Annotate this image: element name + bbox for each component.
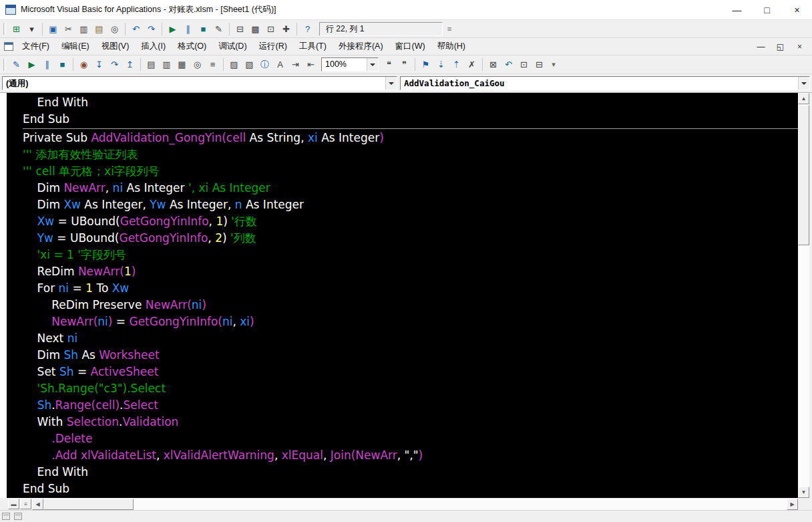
toolbar-drag-handle[interactable] xyxy=(3,23,6,35)
procedure-view-button[interactable]: ▬ xyxy=(8,499,19,509)
find-button[interactable]: ◎ xyxy=(107,21,122,36)
view-excel-dropdown-icon[interactable]: ▾ xyxy=(24,21,39,36)
scroll-down-button[interactable]: ▼ xyxy=(798,487,809,498)
list-properties-button[interactable]: ▨ xyxy=(226,57,242,72)
horizontal-scroll-thumb[interactable] xyxy=(43,499,134,510)
code-line[interactable]: ''' 添加有效性验证列表 xyxy=(23,146,798,163)
code-editor[interactable]: End WithEnd SubPrivate Sub AddValidation… xyxy=(7,93,798,498)
outdent-button[interactable]: ⇤ xyxy=(303,57,319,72)
code-line[interactable]: 'xi = 1 '字段列号 xyxy=(23,247,798,263)
horizontal-scrollbar[interactable]: ◀ ▶ xyxy=(32,499,798,510)
undo-button[interactable]: ↶ xyxy=(128,21,144,36)
indent-button[interactable]: ⇥ xyxy=(288,57,303,72)
code-line[interactable]: Sh.Range(cell).Select xyxy=(23,397,798,414)
break-button[interactable]: ∥ xyxy=(39,57,55,72)
paste-button[interactable]: ▤ xyxy=(91,21,107,36)
previous-bookmark-button[interactable]: ⇡ xyxy=(449,57,464,72)
complete-word-button[interactable]: A xyxy=(272,57,288,72)
list-constants-button[interactable]: ▧ xyxy=(242,57,257,72)
run-button[interactable]: ▶ xyxy=(165,21,180,36)
code-line[interactable]: Next ni xyxy=(23,330,798,347)
code-line[interactable]: Xw = UBound(GetGongYinInfo, 1) '行数 xyxy=(23,213,798,230)
quick-info-button[interactable]: ⓘ xyxy=(257,57,272,72)
break-button[interactable]: ∥ xyxy=(180,21,196,36)
toolbar-drag-handle[interactable] xyxy=(3,59,6,71)
menu-help[interactable]: 帮助(H) xyxy=(431,38,471,55)
menu-window[interactable]: 窗口(W) xyxy=(389,38,431,55)
toggle-folders-button[interactable]: ⊟ xyxy=(532,57,547,72)
zoom-combobox[interactable]: 100% xyxy=(321,57,379,72)
code-line[interactable]: ReDim Preserve NewArr(ni) xyxy=(23,297,798,313)
code-line[interactable]: For ni = 1 To Xw xyxy=(23,280,798,297)
object-combobox[interactable]: (通用) xyxy=(2,76,397,90)
object-browser-button[interactable]: ⊡ xyxy=(263,21,278,36)
properties-window-button[interactable]: ▩ xyxy=(248,21,263,36)
vertical-scroll-track[interactable] xyxy=(798,104,809,487)
menu-edit[interactable]: 编辑(E) xyxy=(55,38,95,55)
design-mode-button[interactable]: ✎ xyxy=(9,57,24,72)
code-line[interactable]: Private Sub AddValidation_GongYin(cell A… xyxy=(23,130,798,146)
quick-watch-button[interactable]: ◎ xyxy=(190,57,205,72)
step-over-button[interactable]: ↷ xyxy=(107,57,122,72)
vertical-scrollbar[interactable]: ▲ ▼ xyxy=(798,93,809,498)
margin-indicator-bar[interactable] xyxy=(0,93,7,498)
horizontal-scroll-track[interactable] xyxy=(134,499,787,510)
code-line[interactable]: ReDim NewArr(1) xyxy=(23,263,798,280)
code-line[interactable]: Dim Sh As Worksheet xyxy=(23,347,798,364)
child-restore-button[interactable]: ◱ xyxy=(771,39,790,54)
menu-addins[interactable]: 外接程序(A) xyxy=(333,38,389,55)
project-explorer-button[interactable]: ⊟ xyxy=(232,21,248,36)
code-line[interactable]: NewArr(ni) = GetGongYinInfo(ni, xi) xyxy=(23,313,798,330)
code-line[interactable]: .Delete xyxy=(23,430,798,447)
save-button[interactable]: ▣ xyxy=(45,21,61,36)
watch-window-button[interactable]: ▦ xyxy=(174,57,190,72)
next-bookmark-button[interactable]: ⇣ xyxy=(433,57,449,72)
code-line[interactable]: End Sub xyxy=(23,481,798,497)
toggle-bookmark-button[interactable]: ⚑ xyxy=(418,57,433,72)
code-line[interactable]: ''' cell 单元格；xi字段列号 xyxy=(23,163,798,180)
toolbar-options-button[interactable]: ≡ xyxy=(445,21,454,36)
procedure-definition-button[interactable]: ⊠ xyxy=(485,57,501,72)
code-line[interactable]: End With xyxy=(23,94,798,111)
scroll-up-button[interactable]: ▲ xyxy=(798,93,809,104)
menu-file[interactable]: 文件(F) xyxy=(16,38,55,55)
object-dropdown-arrow-icon[interactable] xyxy=(385,77,397,90)
menu-debug[interactable]: 调试(D) xyxy=(212,38,252,55)
full-module-view-button[interactable]: ≡ xyxy=(20,499,31,509)
close-button[interactable]: × xyxy=(782,0,812,19)
uncomment-block-button[interactable]: ❞ xyxy=(397,57,412,72)
copy-button[interactable]: ▥ xyxy=(76,21,91,36)
call-stack-button[interactable]: ≡ xyxy=(205,57,220,72)
scroll-right-button[interactable]: ▶ xyxy=(787,499,798,510)
procedure-dropdown-arrow-icon[interactable] xyxy=(798,77,809,90)
child-close-button[interactable]: × xyxy=(790,39,809,54)
cut-button[interactable]: ✂ xyxy=(61,21,76,36)
help-button[interactable]: ? xyxy=(300,21,315,36)
procedure-combobox[interactable]: AddValidation_CaiGou xyxy=(400,76,810,90)
menu-run[interactable]: 运行(R) xyxy=(253,38,293,55)
menu-insert[interactable]: 插入(I) xyxy=(135,38,172,55)
child-minimize-button[interactable]: — xyxy=(751,39,771,54)
code-line[interactable]: Yw = UBound(GetGongYinInfo, 2) '列数 xyxy=(23,230,798,247)
reset-button[interactable]: ■ xyxy=(196,21,211,36)
menu-view[interactable]: 视图(V) xyxy=(95,38,136,55)
scroll-left-button[interactable]: ◀ xyxy=(32,499,43,510)
vertical-scroll-thumb[interactable] xyxy=(798,105,809,245)
code-line[interactable]: End With xyxy=(23,464,798,481)
menu-tools[interactable]: 工具(T) xyxy=(293,38,333,55)
minimize-button[interactable]: — xyxy=(722,0,752,19)
clear-bookmarks-button[interactable]: ✗ xyxy=(464,57,479,72)
run-button[interactable]: ▶ xyxy=(24,57,39,72)
code-line[interactable]: .Add xlValidateList, xlValidAlertWarning… xyxy=(23,447,798,464)
immediate-window-button[interactable]: ▥ xyxy=(159,57,174,72)
comment-block-button[interactable]: ❝ xyxy=(381,57,397,72)
view-excel-button[interactable]: ⊞ xyxy=(9,21,24,36)
zoom-dropdown-arrow-icon[interactable] xyxy=(367,58,378,71)
code-line[interactable]: Set Sh = ActiveSheet xyxy=(23,364,798,380)
code-line[interactable]: Dim Xw As Integer, Yw As Integer, n As I… xyxy=(23,197,798,213)
object-browser-button[interactable]: ⊡ xyxy=(516,57,532,72)
step-out-button[interactable]: ↥ xyxy=(122,57,138,72)
step-into-button[interactable]: ↧ xyxy=(91,57,107,72)
last-position-button[interactable]: ↶ xyxy=(501,57,516,72)
menu-format[interactable]: 格式(O) xyxy=(172,38,212,55)
